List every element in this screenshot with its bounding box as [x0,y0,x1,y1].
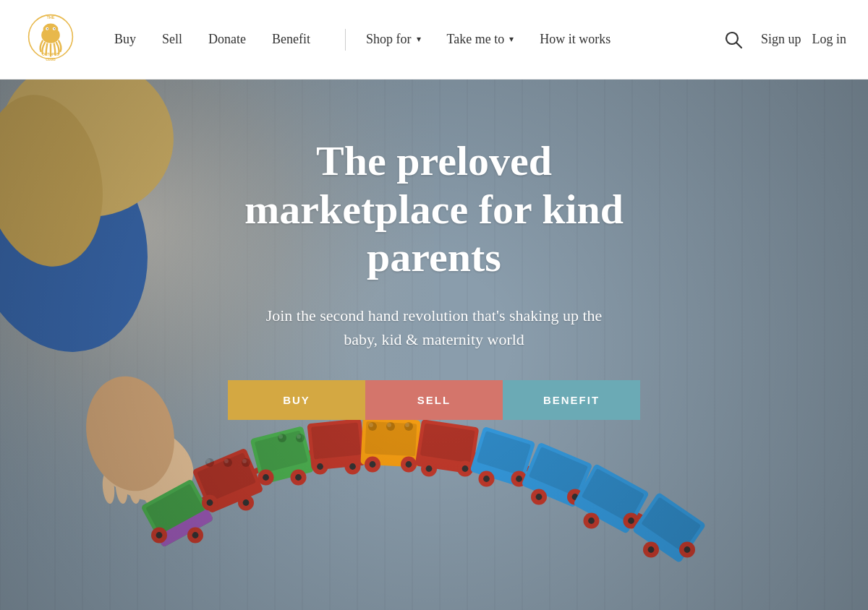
svg-point-5 [43,23,59,35]
search-icon [724,30,743,49]
hero-subtitle: Join the second hand revolution that's s… [260,304,608,351]
nav-donate-link[interactable]: Donate [195,32,259,47]
primary-nav: Buy Sell Donate Benefit [101,32,323,47]
hero-content: The preloved marketplace for kind parent… [0,80,868,610]
search-button[interactable] [720,27,746,53]
svg-text:CLUB: CLUB [46,57,56,61]
hero-benefit-button[interactable]: BENEFIT [503,380,640,420]
log-in-link[interactable]: Log in [812,32,847,47]
hero-cta-buttons: BUY SELL BENEFIT [228,380,640,420]
octopus-logo-icon: THE OCTOPUS CLUB [22,11,80,69]
nav-sell-link[interactable]: Sell [149,32,195,47]
nav-how-it-works-link[interactable]: How it works [527,32,624,47]
sign-up-link[interactable]: Sign up [761,32,801,47]
chevron-down-icon: ▾ [417,34,421,45]
hero-buy-button[interactable]: BUY [228,380,365,420]
svg-line-11 [736,43,741,48]
nav-shop-for-label: Shop for [366,32,412,47]
nav-how-it-works-label: How it works [540,32,610,47]
svg-point-10 [726,33,738,44]
svg-point-9 [54,28,55,30]
hero-section: The preloved marketplace for kind parent… [0,80,868,610]
hero-title: The preloved marketplace for kind parent… [217,137,651,282]
svg-point-8 [47,28,48,30]
nav-divider [345,29,346,51]
nav-take-me-to-label: Take me to [447,32,505,47]
site-header: THE OCTOPUS CLUB Buy Sell Do [0,0,868,80]
auth-links: Sign up Log in [761,32,846,47]
logo-link[interactable]: THE OCTOPUS CLUB [22,11,80,69]
secondary-nav: Shop for ▾ Take me to ▾ How it works [353,32,624,47]
header-right: Sign up Log in [720,27,846,53]
nav-buy-link[interactable]: Buy [101,32,149,47]
nav-shop-for-link[interactable]: Shop for ▾ [353,32,434,47]
chevron-down-icon: ▾ [509,34,514,45]
nav-benefit-link[interactable]: Benefit [259,32,323,47]
svg-text:THE: THE [46,15,54,20]
hero-sell-button[interactable]: SELL [365,380,503,420]
nav-take-me-to-link[interactable]: Take me to ▾ [434,32,527,47]
